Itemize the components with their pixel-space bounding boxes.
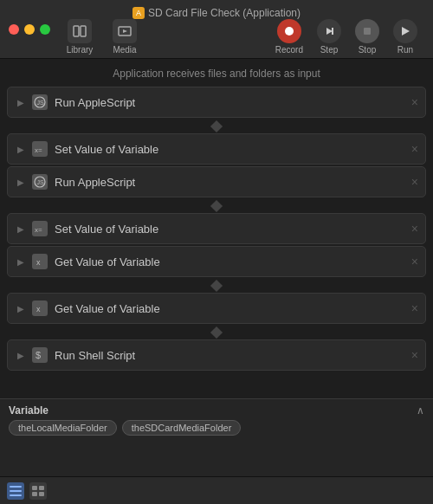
- run-label: Run: [397, 45, 413, 55]
- action-row[interactable]: ▶ x Get Value of Variable ×: [7, 293, 426, 324]
- svg-text:x: x: [36, 305, 41, 313]
- svg-text:JS: JS: [37, 179, 45, 185]
- variable-title: Variable: [9, 404, 48, 417]
- action-rows: ▶ JS Run AppleScript × ▶ x= Set Value of…: [0, 87, 433, 371]
- action-icon: x=: [32, 221, 48, 236]
- svg-rect-23: [32, 492, 37, 496]
- library-label: Library: [67, 45, 94, 55]
- traffic-lights: [9, 24, 50, 35]
- variable-header: Variable ∧: [0, 399, 433, 420]
- app-icon: A: [132, 7, 145, 19]
- play-icon: ▶: [15, 96, 27, 108]
- action-icon: $: [32, 347, 48, 363]
- step-icon: [317, 19, 341, 43]
- action-icon: x: [32, 300, 48, 316]
- play-icon: ▶: [15, 302, 27, 314]
- remove-action-button[interactable]: ×: [411, 142, 418, 156]
- connector: [7, 326, 426, 339]
- connector: [7, 199, 426, 213]
- svg-text:x: x: [36, 258, 41, 267]
- remove-action-button[interactable]: ×: [411, 255, 418, 268]
- main-content: Application receives files and folders a…: [0, 59, 433, 426]
- play-icon: ▶: [15, 176, 27, 188]
- action-label: Run AppleScript: [55, 96, 411, 109]
- library-button[interactable]: Library: [59, 16, 100, 58]
- chevron-up-icon[interactable]: ∧: [417, 404, 424, 417]
- grid-view-icon[interactable]: [29, 482, 47, 500]
- action-icon: x=: [32, 141, 48, 157]
- action-label: Set Value of Variable: [55, 143, 411, 156]
- svg-rect-22: [39, 486, 44, 490]
- play-icon: ▶: [15, 255, 27, 268]
- minimize-button[interactable]: [24, 24, 35, 35]
- action-row[interactable]: ▶ x= Set Value of Variable ×: [7, 213, 426, 244]
- connector: [7, 279, 426, 293]
- svg-rect-21: [32, 486, 37, 490]
- step-label: Step: [320, 45, 339, 55]
- run-icon: [393, 19, 417, 43]
- toolbar-left: Library Media: [59, 16, 145, 58]
- list-view-icon[interactable]: [7, 482, 24, 500]
- svg-text:x=: x=: [35, 146, 42, 154]
- stop-button[interactable]: Stop: [348, 16, 386, 58]
- svg-point-4: [285, 27, 294, 36]
- svg-marker-8: [402, 27, 410, 36]
- close-button[interactable]: [9, 24, 19, 35]
- media-icon: [113, 19, 137, 43]
- action-label: Get Value of Variable: [55, 302, 411, 315]
- svg-rect-1: [81, 26, 86, 36]
- connector: [7, 120, 426, 133]
- window-title: A SD Card File Check (Application): [132, 7, 301, 19]
- svg-rect-20: [10, 494, 22, 496]
- record-label: Record: [275, 45, 303, 55]
- action-icon: JS: [32, 174, 48, 190]
- svg-text:$: $: [36, 350, 41, 360]
- svg-rect-24: [39, 492, 44, 496]
- svg-rect-19: [10, 490, 22, 492]
- svg-text:JS: JS: [37, 100, 45, 106]
- remove-action-button[interactable]: ×: [411, 95, 418, 109]
- run-button[interactable]: Run: [386, 16, 424, 58]
- play-icon: ▶: [15, 349, 27, 361]
- toolbar-right: Record Step Stop Run: [268, 16, 424, 58]
- svg-rect-6: [332, 28, 333, 35]
- play-icon: ▶: [15, 223, 27, 235]
- action-icon: JS: [32, 94, 48, 110]
- action-label: Run AppleScript: [55, 176, 411, 189]
- action-row[interactable]: ▶ $ Run Shell Script ×: [7, 339, 426, 371]
- variable-tag[interactable]: theSDCardMediaFolder: [122, 420, 242, 436]
- record-icon: [277, 19, 301, 43]
- action-label: Run Shell Script: [55, 349, 411, 362]
- title-bar: A SD Card File Check (Application) Libra…: [0, 0, 433, 59]
- media-button[interactable]: Media: [104, 16, 145, 58]
- remove-action-button[interactable]: ×: [411, 301, 418, 315]
- svg-rect-0: [74, 26, 79, 36]
- variable-tag[interactable]: theLocalMediaFolder: [9, 420, 117, 436]
- action-label: Set Value of Variable: [55, 223, 411, 236]
- action-row[interactable]: ▶ JS Run AppleScript ×: [7, 166, 426, 197]
- remove-action-button[interactable]: ×: [411, 175, 418, 189]
- stop-label: Stop: [359, 45, 377, 55]
- library-icon: [68, 19, 92, 43]
- action-row[interactable]: ▶ JS Run AppleScript ×: [7, 87, 426, 118]
- play-icon: ▶: [15, 143, 27, 155]
- stop-icon: [355, 19, 379, 43]
- remove-action-button[interactable]: ×: [411, 348, 418, 362]
- svg-text:x=: x=: [35, 226, 42, 234]
- remove-action-button[interactable]: ×: [411, 222, 418, 236]
- variable-tags: theLocalMediaFolder theSDCardMediaFolder: [0, 420, 433, 436]
- svg-marker-5: [326, 28, 333, 35]
- action-label: Get Value of Variable: [55, 255, 411, 268]
- maximize-button[interactable]: [40, 24, 50, 35]
- input-description: Application receives files and folders a…: [0, 59, 433, 87]
- action-row[interactable]: ▶ x= Set Value of Variable ×: [7, 133, 426, 165]
- variable-panel: Variable ∧ theLocalMediaFolder theSDCard…: [0, 398, 433, 476]
- media-label: Media: [113, 45, 136, 55]
- record-button[interactable]: Record: [268, 16, 310, 58]
- step-button[interactable]: Step: [310, 16, 348, 58]
- action-icon: x: [32, 254, 48, 269]
- action-row[interactable]: ▶ x Get Value of Variable ×: [7, 246, 426, 277]
- status-bar: [0, 476, 433, 504]
- svg-rect-18: [10, 486, 22, 488]
- svg-rect-7: [364, 28, 371, 35]
